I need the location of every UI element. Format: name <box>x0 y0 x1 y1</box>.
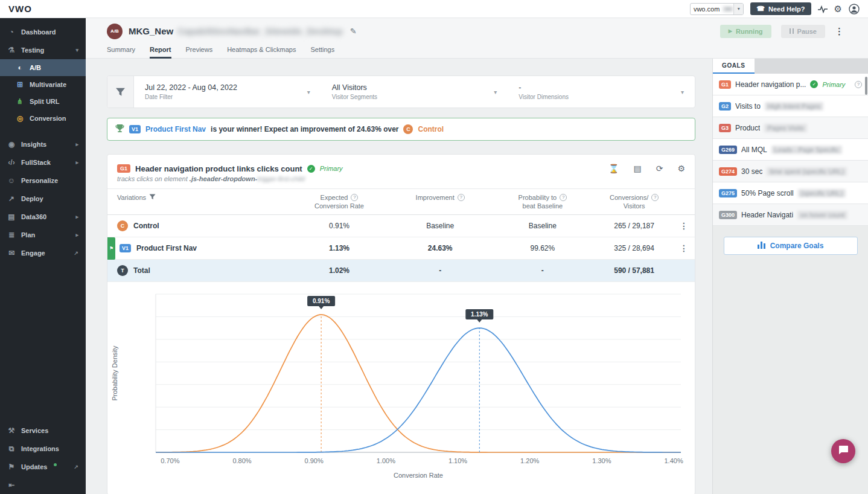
visitor-dimensions-dropdown[interactable]: - Visitor Dimensions ▾ <box>508 76 695 107</box>
goal-list-item-g2[interactable]: G2 Visits to High Intent Pages <box>713 95 868 117</box>
sidebar-item-data360[interactable]: ▤ Data360 ▸ <box>0 208 86 226</box>
row-menu-kebab[interactable]: ⋮ <box>680 243 688 253</box>
goal-selector-redacted: trigger-first-child <box>257 175 305 182</box>
goal-list-item-g300[interactable]: G300 Header Navigati on hover count <box>713 204 868 226</box>
chevron-down-icon: ▾ <box>75 47 78 53</box>
settings-gear-icon[interactable]: ⚙ <box>834 4 842 13</box>
filter-funnel-icon[interactable] <box>107 76 134 107</box>
integrations-icon: ⧉ <box>7 444 16 453</box>
activity-pulse-icon[interactable] <box>818 5 828 13</box>
winner-variation-name[interactable]: Product First Nav <box>145 125 206 133</box>
sidebar-item-personalize[interactable]: ☺ Personalize <box>0 172 86 190</box>
campaign-header: A/B MKG_New CapabilitiesNavBar_Sitewide_… <box>86 18 868 59</box>
improvement-value: 24.63% <box>391 237 490 260</box>
goal-selector-code: .js-header-dropdown- <box>190 175 257 182</box>
help-icon[interactable]: ? <box>855 81 862 88</box>
sidebar-item-testing[interactable]: ⚗ Testing ▾ <box>0 41 86 59</box>
date-filter-dropdown[interactable]: Jul 22, 2022 - Aug 04, 2022 Date Filter … <box>134 76 321 107</box>
x-tick-label: 1.00% <box>377 457 395 464</box>
goal-list-item-g274[interactable]: G274 30 sec time spent (specific URL) <box>713 161 868 182</box>
updates-icon: ⚑ <box>7 463 16 471</box>
tab-summary[interactable]: Summary <box>107 46 135 59</box>
probability-value: - <box>490 260 596 282</box>
account-domain: vwo.com <box>691 5 723 13</box>
conversions-value: 325 / 28,694 <box>595 237 673 260</box>
goal-title: Header navigation product links clicks c… <box>135 164 302 173</box>
sidebar-item-services[interactable]: ⚒ Services <box>0 422 86 440</box>
database-icon: ▤ <box>7 213 16 221</box>
goal-list-item-g3[interactable]: G3 Product Pages Visits <box>713 117 868 139</box>
collapse-sidebar-button[interactable]: ⇤ <box>0 476 86 494</box>
sidebar-item-insights[interactable]: ◉ Insights ▸ <box>0 135 86 153</box>
variation-badge: V1 <box>129 125 141 133</box>
chevron-down-icon: ▾ <box>681 89 684 95</box>
goal-list-item-g269[interactable]: G269 All MQL Leads - Page Specific <box>713 139 868 161</box>
goal-badge: G1 <box>117 164 130 173</box>
visitor-segments-value: All Visitors <box>332 83 377 92</box>
variations-filter-icon[interactable] <box>149 193 156 202</box>
pause-button[interactable]: Pause <box>781 25 825 38</box>
tab-report[interactable]: Report <box>150 46 171 59</box>
winner-flag-icon: ⚑ <box>107 237 115 260</box>
goals-scrollbar-thumb[interactable] <box>865 77 867 95</box>
sidebar-item-label: Services <box>21 427 48 434</box>
sidebar-item-split-url[interactable]: ⋔ Split URL <box>0 93 86 110</box>
left-sidebar: ◔ Dashboard ⚗ Testing ▾ ◐ A/B ⊞ Multivar… <box>0 18 86 494</box>
goal-name: All MQL <box>741 146 767 154</box>
sidebar-item-label: Split URL <box>30 98 60 105</box>
goal-id-badge: G275 <box>719 189 737 197</box>
sidebar-item-multivariate[interactable]: ⊞ Multivariate <box>0 76 86 93</box>
conversion-rate-value: 1.13% <box>288 237 391 260</box>
help-icon[interactable]: ? <box>351 194 358 201</box>
goal-list-item-g1[interactable]: G1 Header navigation p... ✓ Primary ? <box>713 74 868 95</box>
sidebar-item-fullstack[interactable]: ‹/› FullStack ▸ <box>0 153 86 172</box>
goal-name-redacted: High Intent Pages <box>765 102 823 111</box>
sidebar-item-conversion[interactable]: ◎ Conversion <box>0 110 86 127</box>
tab-previews[interactable]: Previews <box>186 46 213 59</box>
sidebar-item-label: Personalize <box>21 177 58 184</box>
chat-launcher[interactable] <box>831 439 855 463</box>
sidebar-item-engage[interactable]: ✉ Engage ↗ <box>0 244 86 262</box>
improvement-value: Baseline <box>391 215 490 237</box>
tab-settings[interactable]: Settings <box>310 46 334 59</box>
updates-notification-dot <box>54 463 57 466</box>
visitor-segments-dropdown[interactable]: All Visitors Visitor Segments ▾ <box>321 76 508 107</box>
goal-list-item-g275[interactable]: G275 50% Page scroll (specific URL) <box>713 182 868 204</box>
primary-check-icon: ✓ <box>307 165 315 173</box>
user-avatar[interactable] <box>849 4 860 14</box>
sidebar-item-updates[interactable]: ⚑ Updates ↗ <box>0 458 86 476</box>
sidebar-item-plan[interactable]: ≣ Plan ▸ <box>0 226 86 244</box>
visitor-dimensions-value: - <box>519 83 569 92</box>
campaign-menu-kebab[interactable]: ⋮ <box>835 26 844 37</box>
hourglass-icon[interactable]: ⌛ <box>608 164 619 173</box>
help-icon[interactable]: ? <box>560 194 567 201</box>
help-icon[interactable]: ? <box>651 194 659 201</box>
tab-goals[interactable]: GOALS <box>713 59 755 74</box>
sidebar-item-integrations[interactable]: ⧉ Integrations <box>0 440 86 458</box>
sidebar-item-label: A/B <box>30 64 41 71</box>
row-menu-kebab[interactable]: ⋮ <box>680 221 688 231</box>
edit-title-icon[interactable]: ✎ <box>350 27 357 36</box>
goal-settings-gear-icon[interactable]: ⚙ <box>677 164 685 173</box>
tab-heatmaps[interactable]: Heatmaps & Clickmaps <box>227 46 296 59</box>
x-tick-label: 0.90% <box>305 457 324 464</box>
sidebar-item-dashboard[interactable]: ◔ Dashboard <box>0 23 86 41</box>
rocket-icon: ↗ <box>7 194 16 203</box>
probability-value: 99.62% <box>490 237 596 260</box>
bar-chart-icon <box>758 242 765 251</box>
sidebar-item-ab[interactable]: ◐ A/B <box>0 59 86 76</box>
account-selector[interactable]: vwo.com 00 ▾ <box>690 3 744 15</box>
sidebar-item-deploy[interactable]: ↗ Deploy <box>0 190 86 208</box>
test-type-badge: A/B <box>107 24 123 39</box>
date-filter-value: Jul 22, 2022 - Aug 04, 2022 <box>145 83 237 92</box>
compare-goals-button[interactable]: Compare Goals <box>724 237 858 255</box>
report-notes-icon[interactable]: ▤ <box>633 164 641 173</box>
help-icon[interactable]: ? <box>458 194 465 201</box>
need-help-button[interactable]: ☎ Need Help? <box>750 2 811 15</box>
sidebar-item-label: Multivariate <box>30 81 66 88</box>
peak-tooltip-label: 0.91% <box>313 298 330 304</box>
improvement-value: - <box>391 260 490 282</box>
running-status-button[interactable]: ▶ Running <box>720 25 771 38</box>
vwo-logo[interactable]: VWO <box>8 4 32 14</box>
refresh-icon[interactable]: ⟳ <box>656 164 663 173</box>
